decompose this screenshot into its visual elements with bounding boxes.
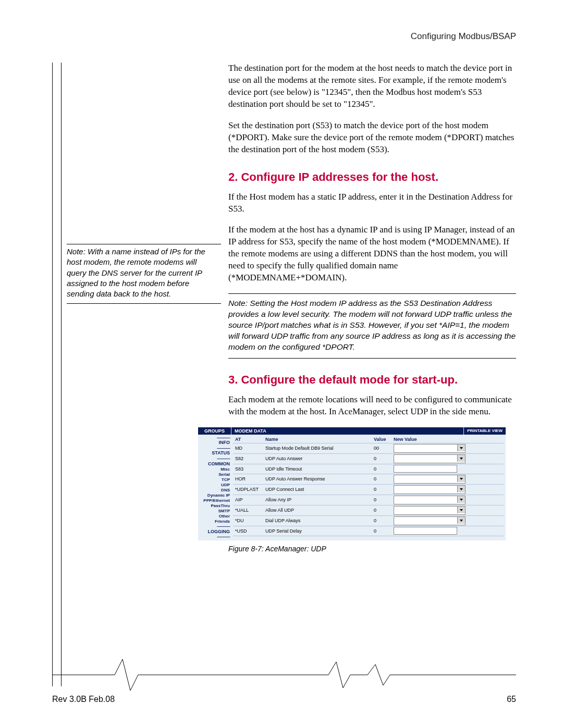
newvalue-select[interactable]	[394, 444, 466, 453]
newvalue-select[interactable]	[394, 485, 466, 494]
cell-name: UDP Auto Answer	[263, 453, 372, 464]
paragraph-3: If the Host modem has a static IP addres…	[228, 191, 516, 215]
sidebar-item-common[interactable]: COMMON	[199, 461, 230, 467]
newvalue-input[interactable]	[394, 465, 457, 473]
table-row: *UDPLASTUDP Connect Last0	[233, 484, 504, 495]
newvalue-select[interactable]	[394, 506, 466, 515]
cell-at: S82	[233, 453, 263, 464]
cell-newvalue	[391, 453, 504, 464]
margin-note: Note: With a name instead of IPs for the…	[67, 244, 221, 304]
col-name: Name	[263, 436, 372, 443]
col-value: Value	[372, 436, 391, 443]
newvalue-select[interactable]	[394, 516, 466, 525]
table-row: HORUDP Auto Answer Response0	[233, 474, 504, 484]
paragraph-5: Each modem at the remote locations will …	[228, 394, 516, 418]
table-row: S83UDP Idle Timeout0	[233, 464, 504, 474]
cell-at: S83	[233, 464, 263, 474]
groups-sidebar: --------------- INFO --------------- STA…	[198, 435, 231, 540]
sidebar-item-info[interactable]: INFO	[199, 440, 230, 446]
heading-configure-ip: 2. Configure IP addresses for the host.	[228, 170, 516, 184]
paragraph-1: The destination port for the modem at th…	[228, 63, 516, 110]
table-row: MDStartup Mode Default DB9 Serial00	[233, 443, 504, 453]
cell-newvalue	[391, 484, 504, 495]
table-row: *UALLAllow All UDP0	[233, 505, 504, 515]
paragraph-4: If the modem at the host has a dynamic I…	[228, 224, 516, 284]
cell-newvalue	[391, 443, 504, 453]
cell-name: UDP Connect Last	[263, 484, 372, 495]
sidebar-item-misc[interactable]: Misc	[199, 467, 230, 472]
footer-revision: Rev 3.0B Feb.08	[52, 695, 115, 704]
acemanager-screenshot: GROUPS MODEM DATA PRINTABLE VIEW -------…	[198, 427, 506, 540]
inline-note: Note: Setting the Host modem IP address …	[228, 293, 516, 359]
cell-name: Allow All UDP	[263, 505, 372, 515]
modem-data-table: AT Name Value New Value MDStartup Mode D…	[233, 436, 504, 536]
cell-value: 0	[372, 495, 391, 505]
footer-page-number: 65	[507, 695, 516, 704]
cell-at: AIP	[233, 495, 263, 505]
cell-newvalue	[391, 495, 504, 505]
sidebar-item-dns[interactable]: DNS	[199, 488, 230, 493]
sidebar-item-passthru[interactable]: PassThru	[199, 503, 230, 509]
section-header: Configuring Modbus/BSAP	[411, 31, 516, 42]
cell-newvalue	[391, 474, 504, 484]
cell-newvalue	[391, 505, 504, 515]
sidebar-item-udp[interactable]: UDP	[199, 483, 230, 488]
col-at: AT	[233, 436, 263, 443]
cell-value: 0	[372, 515, 391, 526]
table-row: S82UDP Auto Answer0	[233, 453, 504, 464]
cell-name: UDP Auto Answer Response	[263, 474, 372, 484]
sidebar-item-serial[interactable]: Serial	[199, 472, 230, 477]
cell-value: 00	[372, 443, 391, 453]
cell-name: UDP Serial Delay	[263, 526, 372, 536]
col-newvalue: New Value	[391, 436, 504, 443]
newvalue-select[interactable]	[394, 454, 466, 463]
printable-view-link[interactable]: PRINTABLE VIEW	[463, 427, 506, 435]
table-row: *DUDial UDP Always0	[233, 515, 504, 526]
sidebar-item-dynamicip[interactable]: Dynamic IP	[199, 493, 230, 498]
cell-name: UDP Idle Timeout	[263, 464, 372, 474]
cell-name: Startup Mode Default DB9 Serial	[263, 443, 372, 453]
cell-at: *USD	[233, 526, 263, 536]
newvalue-select[interactable]	[394, 496, 466, 504]
groups-header: GROUPS	[198, 427, 231, 435]
cell-at: MD	[233, 443, 263, 453]
cell-value: 0	[372, 484, 391, 495]
cell-at: *UDPLAST	[233, 484, 263, 495]
cell-name: Dial UDP Always	[263, 515, 372, 526]
cell-at: HOR	[233, 474, 263, 484]
table-row: AIPAllow Any IP0	[233, 495, 504, 505]
modem-data-header: MODEM DATA	[231, 427, 463, 435]
cell-newvalue	[391, 515, 504, 526]
sidebar-item-other[interactable]: Other	[199, 514, 230, 519]
cell-value: 0	[372, 474, 391, 484]
heading-default-mode: 3. Configure the default mode for start-…	[228, 373, 516, 387]
cell-value: 0	[372, 464, 391, 474]
sidebar-item-tcp[interactable]: TCP	[199, 477, 230, 483]
cell-at: *DU	[233, 515, 263, 526]
table-row: *USDUDP Serial Delay0	[233, 526, 504, 536]
sidebar-item-ppp[interactable]: PPP/Ethernet	[199, 498, 230, 503]
cell-newvalue	[391, 464, 504, 474]
cell-value: 0	[372, 505, 391, 515]
sidebar-item-smtp[interactable]: SMTP	[199, 509, 230, 514]
cell-name: Allow Any IP	[263, 495, 372, 505]
cell-newvalue	[391, 526, 504, 536]
figure-caption: Figure 8-7: AceManager: UDP	[228, 545, 516, 553]
cell-value: 0	[372, 453, 391, 464]
newvalue-select[interactable]	[394, 475, 466, 484]
cell-at: *UALL	[233, 505, 263, 515]
newvalue-input[interactable]	[394, 527, 457, 535]
paragraph-2: Set the destination port (S53) to match …	[228, 120, 516, 156]
cell-value: 0	[372, 526, 391, 536]
